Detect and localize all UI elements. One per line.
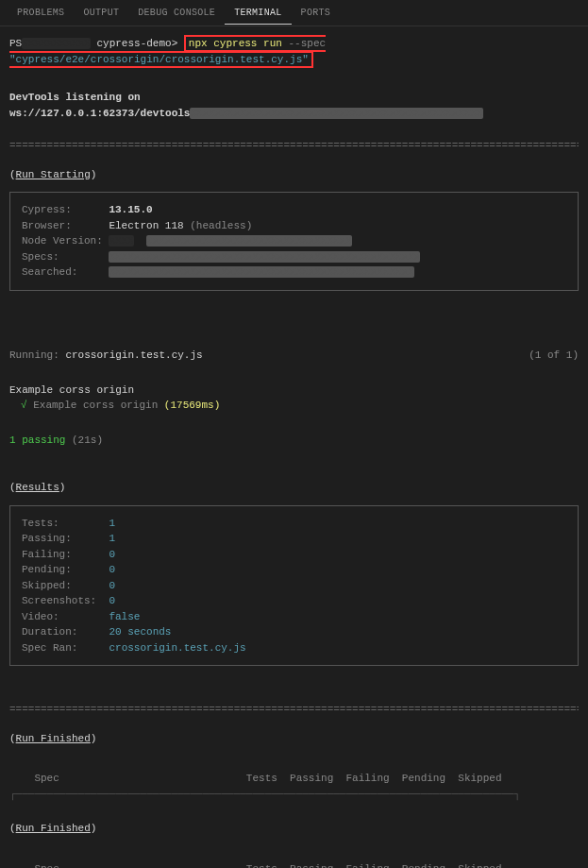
res-passing-val: 1 xyxy=(109,533,115,544)
cmd-flag: --spec xyxy=(282,38,326,49)
run-finished-label-2: Run Finished xyxy=(16,823,91,834)
check-icon: √ xyxy=(21,400,27,411)
tab-output[interactable]: OUTPUT xyxy=(74,2,128,24)
devtools-url: DevTools listening on ws://127.0.0.1:623… xyxy=(9,92,190,119)
results-box: Tests: 1 Passing: 1 Failing: 0 Pending: … xyxy=(9,505,579,667)
res-skipped-val: 0 xyxy=(109,580,115,591)
searched-label: Searched: xyxy=(22,266,77,278)
cypress-label: Cypress: xyxy=(22,204,72,215)
run-finished-label-1: Run Finished xyxy=(16,733,91,744)
browser-name: Electron 118 xyxy=(109,220,190,231)
tab-problems[interactable]: PROBLEMS xyxy=(8,2,74,24)
res-video-val: false xyxy=(109,611,140,622)
cmd-npx: npx cypress run xyxy=(189,38,282,49)
running-label: Running: xyxy=(9,349,59,361)
res-video-label: Video: xyxy=(22,611,59,622)
command-line: PSXXXXXXXXXXX cypress-demo> npx cypress … xyxy=(9,36,579,67)
test-duration: (17569ms) xyxy=(164,400,220,411)
res-pending-val: 0 xyxy=(109,564,115,575)
res-specran-val: crossorigin.test.cy.js xyxy=(109,642,245,654)
res-duration-val: 20 seconds xyxy=(109,626,171,638)
cypress-version: 13.15.0 xyxy=(109,204,152,215)
passing-time: (21s) xyxy=(65,434,103,446)
res-pending-label: Pending: xyxy=(22,564,72,575)
res-screenshots-val: 0 xyxy=(109,595,115,606)
res-failing-val: 0 xyxy=(109,549,115,560)
res-failing-label: Failing: xyxy=(22,549,72,560)
tab-debug-console[interactable]: DEBUG CONSOLE xyxy=(128,2,225,24)
devtools-line: DevTools listening on ws://127.0.0.1:623… xyxy=(9,90,579,121)
node-label: Node Version: xyxy=(22,235,103,247)
browser-label: Browser: xyxy=(22,220,72,231)
results-label: Results xyxy=(16,482,59,493)
prompt-folder: cypress-demo> xyxy=(91,38,177,49)
tab-terminal[interactable]: TERMINAL xyxy=(225,2,291,25)
passing-summary: 1 passing (21s) xyxy=(9,433,579,449)
summary-border-1: ┌───────────────────────────────────────… xyxy=(9,787,579,803)
cmd-path: "cypress/e2e/crossorigin/crossorigin.tes… xyxy=(9,54,309,65)
divider-2: ========================================… xyxy=(9,702,579,718)
running-file: crossorigin.test.cy.js xyxy=(65,349,202,361)
passing-count: 1 passing xyxy=(9,434,65,446)
res-screenshots-label: Screenshots: xyxy=(22,595,96,606)
run-starting-label: Run Starting xyxy=(16,169,91,180)
test-result: √ Example corss origin (17569ms) xyxy=(9,398,579,414)
summary-header-2: Spec Tests Passing Failing Pending Skipp… xyxy=(9,861,579,869)
res-tests-val: 1 xyxy=(109,518,115,529)
res-passing-label: Passing: xyxy=(22,533,72,544)
terminal-content[interactable]: PSXXXXXXXXXXX cypress-demo> npx cypress … xyxy=(0,26,588,868)
specs-label: Specs: xyxy=(22,251,59,263)
running-line: Running: crossorigin.test.cy.js (1 of 1) xyxy=(9,348,579,364)
test-name: Example corss origin xyxy=(27,400,164,411)
summary-header-1: Spec Tests Passing Failing Pending Skipp… xyxy=(9,771,579,787)
res-specran-label: Spec Ran: xyxy=(22,642,77,654)
run-starting-box: Cypress: 13.15.0 Browser: Electron 118 (… xyxy=(9,192,579,291)
tab-ports[interactable]: PORTS xyxy=(292,2,341,24)
panel-tabs: PROBLEMS OUTPUT DEBUG CONSOLE TERMINAL P… xyxy=(0,0,588,26)
res-duration-label: Duration: xyxy=(22,626,77,638)
res-tests-label: Tests: xyxy=(22,518,59,529)
run-starting-header: (Run Starting) xyxy=(9,167,579,183)
results-header: (Results) xyxy=(9,480,579,496)
running-count: (1 of 1) xyxy=(529,348,579,364)
res-skipped-label: Skipped: xyxy=(22,580,72,591)
suite-title: Example corss origin xyxy=(9,383,579,399)
browser-mode: (headless) xyxy=(190,220,252,231)
run-finished-header-2: (Run Finished) xyxy=(9,821,579,837)
run-finished-header-1: (Run Finished) xyxy=(9,731,579,747)
suite-title-text: Example corss origin xyxy=(9,384,134,396)
divider: ========================================… xyxy=(9,138,579,154)
prompt-prefix: PS xyxy=(9,38,22,49)
